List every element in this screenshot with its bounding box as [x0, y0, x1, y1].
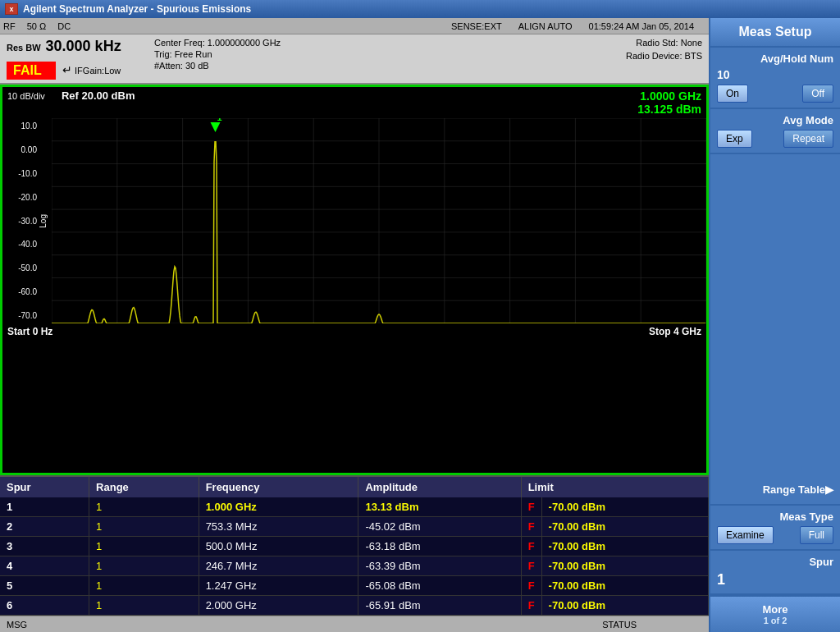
cell-range: 1 — [89, 517, 199, 537]
log-label: Log — [39, 214, 48, 228]
repeat-button[interactable]: Repeat — [783, 130, 833, 148]
y-label-5: -40.0 — [4, 240, 37, 249]
spur-value: 1 — [717, 571, 725, 588]
cell-limit: -70.00 dBm — [541, 596, 708, 616]
cell-fail: F — [521, 537, 541, 556]
more-button[interactable]: More 1 of 2 — [710, 595, 840, 632]
table-row: 21753.3 MHz-45.02 dBmF-70.00 dBm — [0, 517, 709, 537]
off-button[interactable]: Off — [802, 85, 833, 103]
cell-frequency: 2.000 GHz — [199, 596, 358, 616]
more-label: More — [714, 603, 837, 616]
y-label-8: -70.0 — [4, 311, 37, 320]
avg-hold-value: 10 — [717, 68, 730, 81]
cell-limit: -70.00 dBm — [541, 556, 708, 576]
cell-frequency: 1.000 GHz — [199, 497, 358, 517]
top-bar: RF 50 Ω DC SENSE:EXT ALIGN AUTO 01:59:24… — [0, 18, 709, 34]
cell-frequency: 500.0 MHz — [199, 537, 358, 556]
data-table: Spur Range Frequency Amplitude Limit 111… — [0, 477, 709, 616]
spectrum-canvas — [52, 118, 706, 323]
title-bar: x Agilent Spectrum Analyzer - Spurious E… — [0, 0, 840, 18]
on-button[interactable]: On — [717, 85, 748, 103]
meas-type-section: Meas Type Examine Full — [710, 506, 840, 551]
cell-range: 1 — [89, 537, 199, 556]
cell-limit: -70.00 dBm — [541, 576, 708, 596]
cell-spur: 3 — [0, 537, 89, 556]
table-row: 612.000 GHz-65.91 dBmF-70.00 dBm — [0, 596, 709, 616]
avg-mode-label: Avg Mode — [717, 114, 833, 126]
sidebar-title: Meas Setup — [710, 18, 840, 48]
table-row: 511.247 GHz-65.08 dBmF-70.00 dBm — [0, 576, 709, 596]
spectrum-header: 10 dB/div Ref 20.00 dBm 1.0000 GHz 13.12… — [2, 87, 706, 118]
cell-spur: 1 — [0, 497, 89, 517]
res-bw-value: 30.000 kHz — [46, 38, 121, 55]
y-label-6: -50.0 — [4, 263, 37, 272]
info-bar: Res BW 30.000 kHz FAIL ↵ IFGain:Low Cent… — [0, 34, 709, 85]
cell-amplitude: -65.91 dBm — [358, 596, 521, 616]
res-bw-section: Res BW 30.000 kHz FAIL ↵ IFGain:Low — [0, 34, 148, 83]
cell-amplitude: 13.13 dBm — [358, 497, 521, 517]
cell-range: 1 — [89, 576, 199, 596]
cell-amplitude: -63.39 dBm — [358, 556, 521, 576]
center-info: Center Freq: 1.000000000 GHz Trig: Free … — [148, 34, 561, 83]
ref-label: Ref 20.00 dBm — [62, 89, 135, 102]
data-table-section: Spur Range Frequency Amplitude Limit 111… — [0, 475, 709, 616]
time-label: 01:59:24 AM Jan 05, 2014 — [589, 21, 694, 31]
cell-frequency: 753.3 MHz — [199, 517, 358, 537]
avg-hold-section: Avg/Hold Num 10 On Off — [710, 48, 840, 109]
rf-label: RF — [3, 21, 16, 31]
stop-label: Stop 4 GHz — [649, 326, 701, 337]
cell-range: 1 — [89, 497, 199, 517]
spur-section: Spur 1 — [710, 551, 840, 595]
radio-device-line: Radio Device: BTS — [568, 51, 702, 61]
spur-sidebar-label: Spur — [717, 556, 833, 568]
amp-value: 13.125 dBm — [637, 103, 701, 116]
meas-type-label: Meas Type — [717, 511, 833, 523]
avg-hold-label: Avg/Hold Num — [717, 53, 833, 65]
cell-spur: 5 — [0, 576, 89, 596]
start-label: Start 0 Hz — [7, 326, 52, 337]
exp-button[interactable]: Exp — [717, 130, 752, 148]
cell-frequency: 246.7 MHz — [199, 556, 358, 576]
y-label-0: 10.0 — [4, 121, 37, 131]
range-table-label[interactable]: Range Table▶ — [717, 483, 833, 496]
cell-fail: F — [521, 517, 541, 537]
full-button[interactable]: Full — [800, 526, 833, 544]
y-label-1: 0.00 — [4, 145, 37, 154]
close-button[interactable]: x — [5, 3, 18, 15]
atten-line: #Atten: 30 dB — [154, 61, 555, 71]
spectrum-display: 10 dB/div Ref 20.00 dBm 1.0000 GHz 13.12… — [0, 85, 709, 475]
col-frequency: Frequency — [199, 477, 358, 497]
right-sidebar: Meas Setup Avg/Hold Num 10 On Off Avg Mo… — [709, 18, 840, 632]
trig-line: Trig: Free Run — [154, 49, 555, 59]
fail-badge: FAIL — [7, 62, 56, 80]
cell-spur: 4 — [0, 556, 89, 576]
status-bar: MSG STATUS — [0, 616, 709, 632]
cell-range: 1 — [89, 596, 199, 616]
right-info: Radio Std: None Radio Device: BTS — [561, 34, 709, 83]
msg-label: MSG — [7, 620, 72, 630]
more-value: 1 of 2 — [714, 616, 837, 625]
dc-label: DC — [57, 21, 71, 31]
cell-amplitude: -63.18 dBm — [358, 537, 521, 556]
cell-limit: -70.00 dBm — [541, 497, 708, 517]
freq-value: 1.0000 GHz — [637, 89, 701, 103]
res-bw-label: Res BW — [7, 43, 41, 53]
examine-button[interactable]: Examine — [717, 526, 774, 544]
col-limit: Limit — [521, 477, 708, 497]
y-label-4: -30.0 — [4, 217, 37, 226]
y-label-2: -10.0 — [4, 169, 37, 178]
cell-fail: F — [521, 556, 541, 576]
radio-std-line: Radio Std: None — [568, 38, 702, 48]
table-row: 111.000 GHz13.13 dBmF-70.00 dBm — [0, 497, 709, 517]
cell-spur: 6 — [0, 596, 89, 616]
ohm-label: 50 Ω — [27, 21, 47, 31]
cell-fail: F — [521, 497, 541, 517]
window-title: Agilent Spectrum Analyzer - Spurious Emi… — [23, 3, 251, 15]
col-amplitude: Amplitude — [358, 477, 521, 497]
spectrum-bottom: Start 0 Hz Stop 4 GHz — [2, 323, 706, 340]
cell-spur: 2 — [0, 517, 89, 537]
range-table-section[interactable]: Range Table▶ — [710, 479, 840, 506]
status-label: STATUS — [602, 620, 637, 630]
cell-limit: -70.00 dBm — [541, 537, 708, 556]
db-div-label: 10 dB/div — [7, 91, 45, 101]
